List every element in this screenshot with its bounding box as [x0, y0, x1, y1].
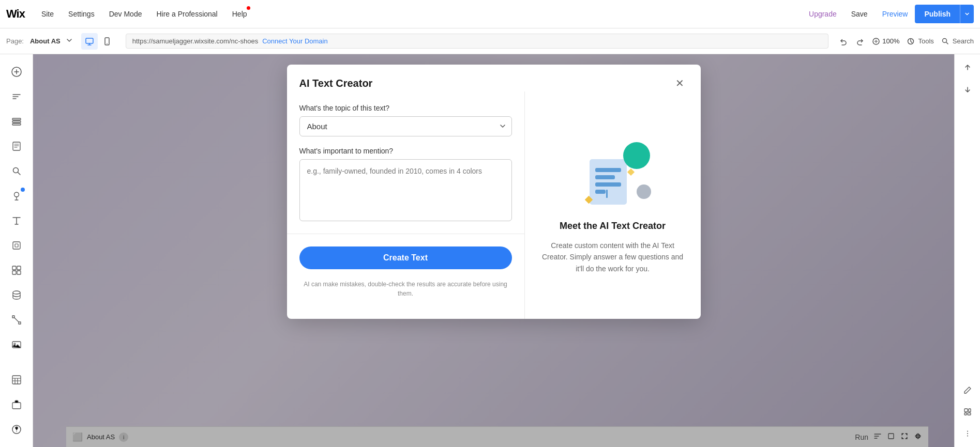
- publish-button[interactable]: Publish: [915, 5, 960, 23]
- layers-button[interactable]: [5, 110, 28, 133]
- svg-rect-40: [968, 413, 971, 415]
- right-more-button[interactable]: [958, 424, 977, 443]
- mobile-view-button[interactable]: [99, 33, 115, 50]
- dev-tools-button[interactable]: [5, 85, 28, 108]
- info-title: Meet the AI Text Creator: [560, 221, 666, 232]
- svg-rect-26: [590, 159, 627, 205]
- apps-button[interactable]: [5, 259, 28, 282]
- pages-button[interactable]: [5, 135, 28, 158]
- nav-settings[interactable]: Settings: [61, 0, 102, 28]
- svg-rect-30: [595, 190, 606, 194]
- right-layout-button[interactable]: [958, 403, 977, 421]
- search-sidebar-button[interactable]: [5, 160, 28, 182]
- disclaimer-text: AI can make mistakes, double-check the r…: [299, 280, 512, 306]
- svg-point-2: [107, 43, 108, 44]
- mention-label: What's important to mention?: [299, 147, 512, 155]
- svg-rect-13: [13, 242, 20, 249]
- database-button[interactable]: [5, 284, 28, 306]
- svg-rect-27: [595, 168, 621, 172]
- svg-rect-0: [86, 38, 93, 43]
- svg-rect-39: [964, 413, 967, 415]
- modal-title: AI Text Creator: [299, 78, 373, 89]
- github-button[interactable]: [5, 184, 28, 207]
- mention-section: What's important to mention?: [299, 147, 512, 223]
- modal-info-panel: Meet the AI Text Creator Create custom c…: [525, 91, 701, 319]
- right-edit-button[interactable]: [958, 381, 977, 399]
- publish-dropdown-arrow[interactable]: [960, 5, 974, 23]
- 3d-button[interactable]: [5, 234, 28, 257]
- svg-rect-15: [12, 266, 16, 270]
- nav-dev-mode[interactable]: Dev Mode: [102, 0, 149, 28]
- preview-button[interactable]: Preview: [875, 10, 915, 18]
- svg-point-21: [14, 343, 16, 345]
- help-notification-dot: [247, 6, 250, 10]
- modal-close-button[interactable]: ✕: [672, 75, 688, 91]
- modal-overlay: AI Text Creator ✕ What's the topic of th…: [33, 54, 954, 447]
- nav-help[interactable]: Help: [225, 0, 254, 28]
- desktop-view-button[interactable]: [81, 33, 98, 50]
- modal-form: What's the topic of this text? About Hom…: [287, 91, 525, 319]
- plugins-button[interactable]: [5, 309, 28, 331]
- svg-point-19: [13, 291, 20, 294]
- redo-button[interactable]: [855, 37, 865, 46]
- tools-button[interactable]: Tools: [907, 37, 933, 45]
- svg-rect-9: [12, 124, 21, 125]
- url-text: https://samueljagger.wixsite.com/nc-shoe…: [132, 37, 259, 45]
- topic-label: What's the topic of this text?: [299, 104, 512, 112]
- svg-point-41: [967, 431, 968, 432]
- svg-rect-8: [12, 121, 21, 122]
- svg-point-33: [637, 184, 651, 199]
- zoom-display: 100%: [872, 37, 899, 45]
- ai-illustration-svg: [577, 136, 659, 219]
- main-layout: AI Text Creator ✕ What's the topic of th…: [0, 54, 980, 447]
- canvas-area: AI Text Creator ✕ What's the topic of th…: [33, 54, 954, 447]
- svg-rect-35: [627, 168, 634, 176]
- help-sidebar-button[interactable]: [5, 418, 28, 441]
- info-description: Create custom content with the AI Text C…: [539, 240, 686, 274]
- modal-header: AI Text Creator ✕: [287, 65, 701, 91]
- page-dropdown-button[interactable]: [66, 37, 73, 45]
- portfolio-button[interactable]: [5, 393, 28, 416]
- svg-point-25: [16, 431, 17, 432]
- connect-domain-link[interactable]: Connect Your Domain: [262, 37, 327, 45]
- svg-rect-16: [17, 266, 21, 270]
- table-button[interactable]: [5, 368, 28, 391]
- svg-rect-18: [17, 271, 21, 274]
- nav-hire[interactable]: Hire a Professional: [149, 0, 224, 28]
- upgrade-link[interactable]: Upgrade: [802, 10, 844, 18]
- move-down-button[interactable]: [958, 80, 977, 99]
- modal-body: What's the topic of this text? About Hom…: [287, 91, 701, 319]
- wix-logo: Wix: [6, 7, 25, 21]
- publish-group: Publish: [915, 5, 974, 23]
- page-label: Page:: [6, 37, 24, 45]
- view-toggle-group: [81, 33, 115, 50]
- add-elements-button[interactable]: [5, 60, 28, 83]
- move-up-button[interactable]: [958, 58, 977, 77]
- svg-rect-29: [595, 182, 621, 187]
- svg-rect-17: [12, 271, 16, 274]
- svg-rect-38: [969, 409, 971, 412]
- toolbar-right: 100% Tools Search: [839, 37, 974, 46]
- url-display-bar: https://samueljagger.wixsite.com/nc-shoe…: [126, 34, 828, 49]
- form-divider: [287, 234, 524, 234]
- topic-select-wrapper: About Home Services Contact Blog Shop: [299, 116, 512, 136]
- topic-section: What's the topic of this text? About Hom…: [299, 104, 512, 136]
- create-text-button[interactable]: Create Text: [299, 246, 512, 269]
- svg-rect-23: [12, 403, 21, 409]
- svg-point-12: [14, 192, 19, 197]
- mention-input[interactable]: [299, 159, 512, 221]
- svg-rect-22: [12, 376, 21, 384]
- nav-site[interactable]: Site: [34, 0, 61, 28]
- text-button[interactable]: [5, 209, 28, 232]
- topic-select[interactable]: About Home Services Contact Blog Shop: [299, 116, 512, 136]
- left-sidebar: [0, 54, 33, 447]
- save-button[interactable]: Save: [844, 10, 875, 18]
- svg-rect-28: [595, 175, 615, 179]
- undo-button[interactable]: [839, 37, 848, 46]
- svg-rect-31: [606, 190, 608, 198]
- search-button[interactable]: Search: [941, 37, 974, 45]
- media-button[interactable]: [5, 333, 28, 356]
- svg-point-32: [623, 142, 650, 169]
- top-navigation: Wix Site Settings Dev Mode Hire a Profes…: [0, 0, 980, 28]
- svg-point-5: [942, 38, 946, 42]
